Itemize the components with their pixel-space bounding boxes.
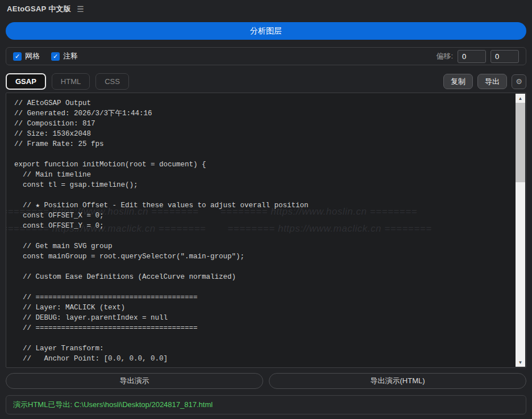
- footer-actions: 导出演示 导出演示(HTML): [6, 373, 526, 389]
- analyze-layers-button[interactable]: 分析图层: [6, 22, 526, 40]
- tab-html[interactable]: HTML: [52, 73, 90, 90]
- tab-gsap[interactable]: GSAP: [6, 73, 46, 90]
- options-panel: ✓ 网格 ✓ 注释 偏移:: [6, 47, 526, 65]
- grid-checkbox-check-icon[interactable]: ✓: [13, 52, 22, 61]
- scrollbar-thumb[interactable]: [516, 103, 525, 182]
- export-demo-html-button[interactable]: 导出演示(HTML): [269, 373, 526, 389]
- offset-label: 偏移:: [436, 51, 453, 61]
- comments-checkbox[interactable]: ✓ 注释: [51, 51, 78, 61]
- editor-actions: 复制 导出 ⚙: [443, 74, 526, 89]
- hamburger-menu-icon[interactable]: ☰: [77, 5, 84, 13]
- status-message: 演示HTML已导出: C:\Users\hosli\Desktop/202481…: [13, 400, 213, 410]
- grid-checkbox-label[interactable]: 网格: [25, 51, 40, 61]
- title-bar: AEtoGSAP 中文版 ☰: [0, 0, 532, 18]
- export-demo-button[interactable]: 导出演示: [6, 373, 263, 389]
- code-editor-panel: // AEtoGSAP Output // Generated: 2026/3/…: [6, 93, 526, 368]
- settings-gear-icon[interactable]: ⚙: [512, 74, 526, 89]
- app-window: AEtoGSAP 中文版 ☰ 分析图层 ✓ 网格 ✓ 注释 偏移: GSAP H…: [0, 0, 532, 419]
- scrollbar-up-arrow-icon[interactable]: ▲: [516, 94, 525, 103]
- offset-y-input[interactable]: [491, 50, 519, 63]
- offset-x-input[interactable]: [458, 50, 486, 63]
- export-button[interactable]: 导出: [477, 74, 507, 89]
- app-title: AEtoGSAP 中文版: [7, 4, 71, 14]
- scrollbar-down-arrow-icon[interactable]: ▼: [516, 358, 525, 367]
- tab-css[interactable]: CSS: [95, 73, 129, 90]
- tab-bar: GSAP HTML CSS 复制 导出 ⚙: [6, 73, 526, 90]
- code-output[interactable]: // AEtoGSAP Output // Generated: 2026/3/…: [14, 98, 512, 364]
- grid-checkbox[interactable]: ✓ 网格: [13, 51, 40, 61]
- scrollbar-track[interactable]: ▲ ▼: [516, 94, 525, 367]
- offset-controls: 偏移:: [436, 50, 519, 63]
- comments-checkbox-label[interactable]: 注释: [63, 51, 78, 61]
- comments-checkbox-check-icon[interactable]: ✓: [51, 52, 60, 61]
- status-bar: 演示HTML已导出: C:\Users\hosli\Desktop/202481…: [6, 395, 526, 414]
- copy-button[interactable]: 复制: [443, 74, 473, 89]
